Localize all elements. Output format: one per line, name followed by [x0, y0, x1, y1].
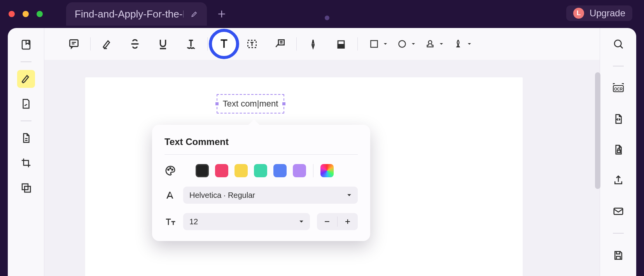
- resize-handle-left[interactable]: [215, 102, 219, 105]
- toolbar-separator: [357, 37, 358, 51]
- text-comment-popover: Text Comment: [152, 125, 370, 241]
- rail-separator: [21, 121, 32, 121]
- window-close-button[interactable]: [9, 11, 15, 17]
- color-swatch-blue[interactable]: [273, 164, 287, 177]
- highlight-button[interactable]: [93, 35, 121, 53]
- sign-button[interactable]: [444, 35, 472, 53]
- popover-title: Text Comment: [164, 136, 358, 155]
- svg-rect-7: [371, 40, 377, 47]
- svg-point-8: [399, 40, 405, 47]
- stamp-button[interactable]: [416, 35, 444, 53]
- decrease-size-button[interactable]: [317, 218, 337, 225]
- document-tab[interactable]: Find-and-Apply-For-the-Be: [66, 2, 207, 26]
- swatch-separator: [313, 164, 313, 177]
- color-swatch-teal[interactable]: [254, 164, 267, 177]
- font-family-select[interactable]: Helvetica · Regular: [183, 187, 358, 204]
- font-size-icon: [164, 216, 176, 227]
- text-comment-content[interactable]: Text com|ment: [223, 99, 278, 109]
- color-swatch-red[interactable]: [215, 164, 228, 177]
- rectangle-shape-button[interactable]: [360, 35, 388, 53]
- bookmark-tool[interactable]: [17, 36, 35, 54]
- highlighter-tool[interactable]: [17, 70, 35, 88]
- toolbar-separator: [90, 37, 91, 51]
- increase-size-button[interactable]: [338, 218, 358, 225]
- indicator-dot: [325, 16, 329, 20]
- palette-icon: [164, 165, 176, 176]
- callout-button[interactable]: [266, 35, 294, 53]
- app-shell: Text com|ment Text Comment: [8, 28, 636, 276]
- page-edit-tool[interactable]: [17, 129, 35, 147]
- svg-text:OCR: OCR: [614, 87, 623, 91]
- rail-separator: [613, 233, 624, 234]
- upgrade-button[interactable]: Upgrade: [590, 8, 625, 19]
- account-controls: L Upgrade: [566, 5, 632, 21]
- center-area: Text com|ment Text Comment: [44, 28, 600, 276]
- window-controls: [9, 11, 43, 17]
- text-comment-box[interactable]: Text com|ment: [217, 94, 284, 114]
- font-row: Helvetica · Regular: [164, 187, 358, 204]
- annotation-toolbar: [44, 28, 600, 60]
- font-size-value: 12: [189, 217, 198, 226]
- toolbar-separator: [207, 37, 208, 51]
- left-rail: [8, 28, 44, 276]
- save-button[interactable]: [609, 246, 627, 264]
- document-tab-title: Find-and-Apply-For-the-Be: [75, 8, 184, 20]
- window-minimize-button[interactable]: [23, 11, 29, 17]
- resize-handle-right[interactable]: [282, 102, 285, 105]
- color-swatches: [196, 164, 334, 177]
- chevron-down-icon: [347, 193, 352, 197]
- window-maximize-button[interactable]: [37, 11, 43, 17]
- underline-button[interactable]: [149, 35, 177, 53]
- freehand-button[interactable]: [299, 35, 327, 53]
- chevron-down-icon: [467, 42, 471, 46]
- signature-tool[interactable]: [17, 95, 35, 113]
- toolbar-separator: [296, 37, 297, 51]
- text-box-button[interactable]: [238, 35, 266, 53]
- page[interactable]: Text com|ment Text Comment: [85, 77, 523, 276]
- chevron-down-icon: [411, 42, 415, 46]
- color-swatch-purple[interactable]: [293, 164, 306, 177]
- size-row: 12: [164, 213, 358, 230]
- protect-button[interactable]: [609, 141, 627, 159]
- share-button[interactable]: [609, 171, 627, 189]
- strikethrough-button[interactable]: [121, 35, 149, 53]
- oval-shape-button[interactable]: [388, 35, 416, 53]
- crop-tool[interactable]: [17, 154, 35, 172]
- color-swatch-yellow[interactable]: [234, 164, 248, 177]
- selected-tool-ring: [209, 29, 239, 59]
- svg-point-13: [614, 40, 621, 47]
- svg-point-11: [170, 168, 171, 169]
- font-size-select[interactable]: 12: [183, 213, 310, 230]
- chevron-down-icon: [439, 42, 443, 46]
- svg-point-9: [429, 40, 432, 44]
- color-picker-button[interactable]: [320, 164, 334, 177]
- chevron-down-icon: [299, 219, 304, 224]
- user-avatar[interactable]: L: [573, 8, 584, 19]
- eraser-button[interactable]: [327, 35, 355, 53]
- new-tab-button[interactable]: [217, 9, 227, 19]
- ocr-button[interactable]: OCR: [609, 79, 627, 97]
- color-swatch-black[interactable]: [196, 164, 209, 177]
- text-comment-button[interactable]: [210, 35, 238, 53]
- titlebar: Find-and-Apply-For-the-Be L Upgrade: [0, 0, 644, 28]
- compare-tool[interactable]: [17, 179, 35, 197]
- rail-separator: [613, 66, 624, 66]
- rail-separator: [21, 61, 32, 62]
- vertical-scrollbar[interactable]: [595, 72, 600, 189]
- squiggly-button[interactable]: [177, 35, 205, 53]
- svg-rect-16: [617, 150, 620, 152]
- note-comment-button[interactable]: [60, 35, 88, 53]
- font-family-value: Helvetica · Regular: [189, 191, 255, 200]
- convert-button[interactable]: [609, 110, 627, 128]
- svg-rect-6: [338, 44, 344, 48]
- font-size-stepper: [317, 213, 358, 230]
- svg-rect-3: [70, 40, 78, 46]
- rename-tab-icon[interactable]: [191, 10, 198, 18]
- color-row: [164, 164, 358, 177]
- mail-button[interactable]: [609, 202, 627, 220]
- chevron-down-icon: [383, 42, 387, 46]
- canvas[interactable]: Text com|ment Text Comment: [44, 60, 600, 276]
- search-button[interactable]: [609, 35, 627, 53]
- font-icon: [164, 189, 176, 201]
- svg-rect-17: [614, 208, 623, 215]
